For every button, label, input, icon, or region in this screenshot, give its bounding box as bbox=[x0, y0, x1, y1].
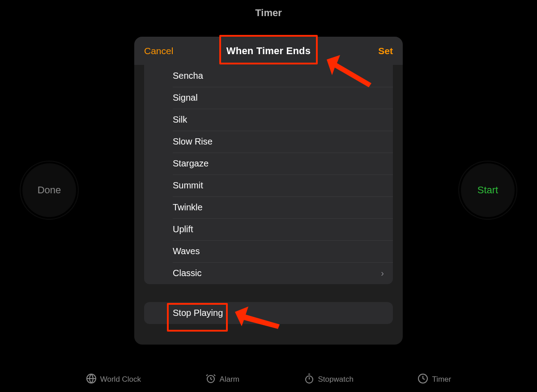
ringtone-label: Sencha bbox=[173, 71, 203, 81]
start-label: Start bbox=[477, 184, 498, 196]
ringtone-label: Summit bbox=[173, 180, 203, 191]
start-button[interactable]: Start bbox=[461, 163, 515, 217]
annotation-arrow-stop bbox=[230, 307, 284, 333]
ringtone-label: Slow Rise bbox=[173, 136, 213, 147]
annotation-box-stop-playing bbox=[167, 303, 228, 332]
ringtone-row[interactable]: Twinkle bbox=[144, 196, 393, 218]
chevron-right-icon: › bbox=[381, 268, 384, 278]
tab-world-clock[interactable]: World Clock bbox=[86, 373, 141, 386]
ringtone-label: Silk bbox=[173, 115, 187, 125]
ringtone-row[interactable]: Waves bbox=[144, 240, 393, 262]
ringtone-list[interactable]: SenchaSignalSilkSlow RiseStargazeSummitT… bbox=[144, 65, 393, 284]
annotation-arrow-title bbox=[322, 55, 376, 91]
ringtone-row[interactable]: Summit bbox=[144, 175, 393, 196]
ringtone-label: Signal bbox=[173, 93, 198, 103]
annotation-box-title bbox=[219, 35, 318, 64]
ringtone-row[interactable]: Silk bbox=[144, 109, 393, 131]
ringtone-label: Twinkle bbox=[173, 202, 203, 213]
done-button[interactable]: Done bbox=[22, 163, 76, 217]
timer-icon bbox=[418, 373, 428, 386]
alarm-icon bbox=[205, 373, 216, 386]
svg-marker-4 bbox=[327, 55, 371, 87]
set-button[interactable]: Set bbox=[378, 46, 393, 56]
tab-timer[interactable]: Timer bbox=[418, 373, 451, 386]
classic-row[interactable]: Classic › bbox=[144, 262, 393, 284]
done-label: Done bbox=[38, 184, 61, 196]
tab-label: Timer bbox=[432, 375, 451, 384]
ringtone-label: Uplift bbox=[173, 224, 193, 234]
tab-label: World Clock bbox=[100, 375, 141, 384]
tab-alarm[interactable]: Alarm bbox=[205, 373, 239, 386]
stopwatch-icon bbox=[304, 373, 315, 386]
tab-label: Alarm bbox=[220, 375, 239, 384]
ringtone-row[interactable]: Slow Rise bbox=[144, 131, 393, 153]
tab-bar: World Clock Alarm Stopwatch Timer bbox=[0, 367, 537, 392]
ringtone-row[interactable]: Stargaze bbox=[144, 153, 393, 175]
ringtone-row[interactable]: Uplift bbox=[144, 218, 393, 240]
classic-label: Classic bbox=[173, 268, 201, 278]
ringtone-label: Waves bbox=[173, 246, 200, 256]
ringtone-label: Stargaze bbox=[173, 158, 209, 169]
tab-stopwatch[interactable]: Stopwatch bbox=[304, 373, 354, 386]
tab-label: Stopwatch bbox=[318, 375, 354, 384]
svg-marker-5 bbox=[235, 307, 280, 329]
globe-icon bbox=[86, 373, 97, 386]
cancel-button[interactable]: Cancel bbox=[144, 46, 173, 56]
page-title: Timer bbox=[0, 7, 537, 19]
